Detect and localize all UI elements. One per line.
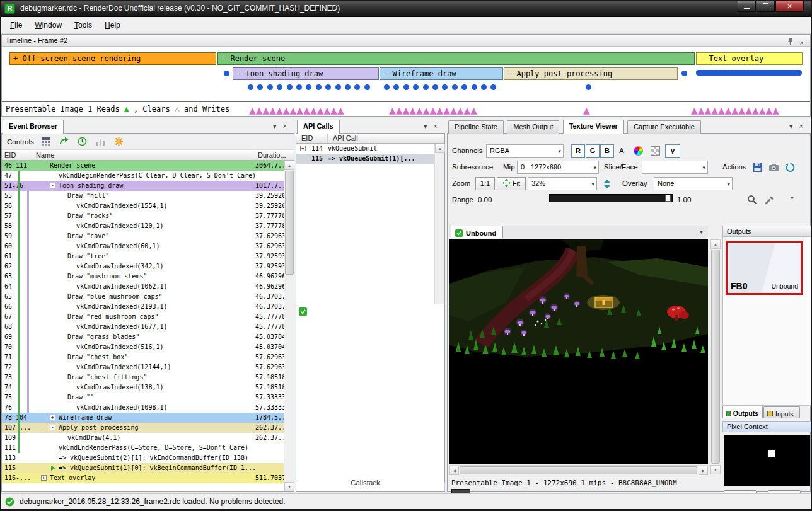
event-row-64[interactable]: 64vkCmdDrawIndexed(1062,1)46.96296 [2, 282, 284, 292]
alpha-background-button[interactable] [647, 144, 663, 158]
draw-marker-dot[interactable] [335, 84, 341, 90]
write-marker-cluster[interactable]: ▲▲▲▲▲▲▲▲▲▲▲▲▲▲ [249, 104, 344, 117]
scrollbar-thumb[interactable] [711, 250, 720, 464]
draw-marker-dot[interactable] [393, 84, 399, 90]
event-row-71[interactable]: 71Draw "chest box"57.62963 [2, 352, 284, 362]
refresh-button[interactable] [782, 161, 798, 174]
draw-marker-dot[interactable] [413, 84, 419, 90]
write-marker-cluster[interactable]: ▲▲▲▲▲▲▲▲▲▲▲▲▲ [389, 104, 477, 117]
menu-help[interactable]: Help [98, 18, 127, 32]
custom-display-button[interactable] [630, 144, 646, 158]
event-row-57[interactable]: 57Draw "rocks"37.77778 [2, 211, 284, 221]
channel-g-button[interactable]: G [586, 144, 600, 158]
event-row-75[interactable]: 75Draw ""57.33333 [2, 393, 284, 403]
close-panel-icon[interactable]: × [434, 122, 438, 130]
event-row-56[interactable]: 56vkCmdDrawIndexed(1554,1)39.25926 [2, 201, 284, 211]
draw-marker-dot[interactable] [325, 84, 331, 90]
tab-capture-executable[interactable]: Capture Executable [627, 120, 701, 134]
statistics-icon[interactable] [95, 135, 107, 148]
timeline-bar-toon[interactable]: - Toon shading draw [233, 67, 379, 80]
scrollbar-thumb[interactable] [285, 171, 294, 275]
event-row-47[interactable]: 47vkCmdBeginRenderPass(C=Clear, D=Clear,… [2, 171, 284, 181]
texture-tab-unbound[interactable]: Unbound [451, 226, 503, 238]
browse-captures-icon[interactable] [40, 135, 52, 148]
event-row-107-...[interactable]: 107-...-Apply post processing262.37... [2, 423, 284, 433]
draw-marker-dot[interactable] [364, 84, 370, 90]
event-row-46-111[interactable]: 46-111Render scene3064.7... [2, 161, 284, 171]
export-texture-button[interactable] [766, 161, 781, 174]
draw-marker-dot[interactable] [277, 84, 282, 90]
panel-menu-icon[interactable]: ▾ [424, 122, 427, 130]
write-marker-cluster[interactable]: ▲ [583, 104, 590, 117]
tab-outputs[interactable]: Outputs [722, 406, 763, 418]
event-row-59[interactable]: 59Draw "cave"37.62963 [2, 231, 284, 241]
mip-combo[interactable]: 0 - 1272x690 ▾ [517, 161, 599, 174]
event-row-62[interactable]: 62vkCmdDrawIndexed(342,1)37.92593 [2, 261, 284, 272]
expander-icon[interactable]: - [50, 183, 55, 188]
draw-marker-dot[interactable] [296, 84, 302, 90]
tab-api-calls[interactable]: API Calls [297, 120, 340, 134]
draw-marker-dot[interactable] [316, 84, 322, 90]
panel-menu-icon[interactable]: ▾ [273, 122, 277, 130]
tab-pipeline-state[interactable]: Pipeline State [448, 120, 504, 134]
event-row-65[interactable]: 65Draw "blue mushroom caps"46.37037 [2, 292, 284, 302]
scroll-down-icon[interactable]: ▼ [284, 482, 294, 491]
event-row-63[interactable]: 63Draw "mushroom stems"46.96296 [2, 272, 284, 282]
texture-list-icon[interactable]: ▾ [700, 228, 703, 235]
time-durations-icon[interactable] [76, 135, 89, 148]
range-slider-handle[interactable] [665, 195, 671, 202]
draw-marker-dot[interactable] [481, 84, 487, 90]
event-row-68[interactable]: 68vkCmdDrawIndexed(1677,1)45.77778 [2, 322, 284, 332]
scroll-up-icon[interactable]: ▲ [710, 239, 721, 249]
tab-mesh-output[interactable]: Mesh Output [507, 120, 559, 134]
draw-marker-dot[interactable] [345, 84, 351, 90]
channel-a-button[interactable]: A [615, 144, 628, 158]
tab-texture-viewer[interactable]: Texture Viewer [563, 120, 624, 134]
event-row-60[interactable]: 60vkCmdDrawIndexed(60,1)37.62963 [2, 241, 284, 251]
event-row-55[interactable]: 55Draw "hill"39.25926 [2, 191, 284, 201]
draw-marker-dot[interactable] [442, 84, 448, 90]
draw-marker-dot[interactable] [452, 84, 458, 90]
event-row-111[interactable]: 111vkCmdEndRenderPass(C=Store, D=Store, … [2, 443, 284, 453]
zoom-fit-button[interactable]: Fit [497, 177, 526, 190]
menu-tools[interactable]: Tools [68, 18, 98, 32]
maximize-button[interactable] [757, 0, 775, 12]
event-row-58[interactable]: 58vkCmdDrawIndexed(120,1)37.77778 [2, 221, 284, 231]
panel-menu-icon[interactable]: ▾ [789, 122, 793, 130]
timeline-bar-post[interactable]: - Apply post processing [504, 67, 678, 80]
zoom-combo[interactable]: 32% ▾ [528, 177, 597, 190]
texture-vscrollbar[interactable]: ▲ ▼ [710, 239, 720, 474]
tab-event-browser[interactable]: Event Browser [3, 120, 64, 134]
close-panel-icon[interactable]: × [283, 122, 287, 130]
flip-y-button[interactable] [601, 177, 613, 190]
draw-marker-dot[interactable] [490, 84, 496, 90]
range-slider[interactable] [549, 194, 673, 202]
texture-display[interactable] [450, 239, 708, 464]
save-texture-button[interactable] [750, 161, 765, 174]
draw-marker-dot[interactable] [224, 71, 229, 76]
event-row-70[interactable]: 70vkCmdDrawIndexed(516,1)45.03704 [2, 342, 284, 352]
draw-marker-dot[interactable] [432, 84, 438, 90]
range-settings-button[interactable] [762, 193, 777, 206]
gamma-button[interactable]: γ [665, 144, 680, 158]
api-call-row-115[interactable]: 115=> vkQueueSubmit(1)[... [296, 154, 434, 164]
event-row-113[interactable]: 113=> vkQueueSubmit(2)[1]: vkEndCommandB… [2, 453, 284, 463]
event-row-66[interactable]: 66vkCmdDrawIndexed(2193,1)46.37037 [2, 302, 284, 312]
draw-marker-dot[interactable] [461, 84, 467, 90]
draw-marker-dot[interactable] [423, 84, 429, 90]
event-row-109[interactable]: 109vkCmdDraw(4,1)262.37... [2, 433, 284, 443]
menu-file[interactable]: File [4, 18, 28, 32]
channel-b-button[interactable]: B [600, 144, 614, 158]
settings-star-icon[interactable] [113, 135, 125, 148]
channel-r-button[interactable]: R [571, 144, 585, 158]
texture-hscrollbar[interactable]: ◀ ▶ [450, 465, 708, 474]
scroll-up-icon[interactable]: ▲ [435, 144, 445, 153]
channels-combo[interactable]: RGBA ▾ [486, 144, 564, 158]
timeline-text-overlay-draws-bar[interactable] [696, 70, 802, 76]
event-row-51-76[interactable]: 51-76-Toon shading draw1017.7... [2, 181, 284, 191]
draw-marker-dot[interactable] [472, 84, 477, 90]
draw-marker-dot[interactable] [248, 84, 253, 90]
draw-marker-dot[interactable] [384, 84, 390, 90]
timeline-bar-render-scene[interactable]: - Render scene [218, 52, 695, 65]
scrollbar-thumb[interactable] [460, 466, 697, 474]
